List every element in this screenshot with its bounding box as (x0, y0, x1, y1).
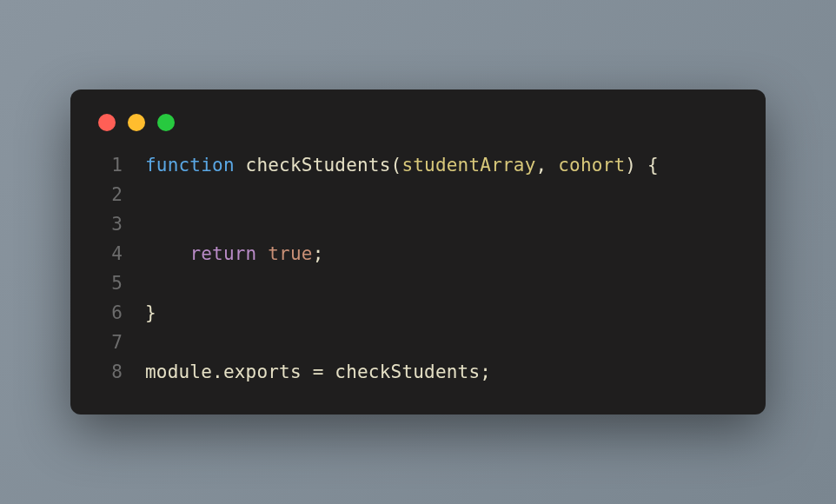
token: true (268, 243, 312, 264)
token: = (302, 361, 335, 382)
line-content (145, 269, 741, 298)
token: module (145, 361, 212, 382)
line-content: } (145, 298, 741, 328)
line-content (145, 180, 741, 209)
minimize-icon[interactable] (128, 114, 145, 131)
zoom-icon[interactable] (157, 114, 175, 131)
line-number: 6 (95, 298, 123, 328)
code-line: 6} (95, 298, 741, 328)
token: , (536, 155, 559, 176)
code-line: 1function checkStudents(studentArray, co… (95, 150, 741, 180)
line-number: 1 (95, 150, 123, 180)
token: function (145, 155, 246, 176)
token: } (145, 302, 156, 323)
code-line: 3 (95, 209, 741, 239)
code-line: 5 (95, 269, 741, 298)
code-line: 2 (95, 180, 741, 209)
titlebar (95, 110, 741, 150)
token: ) { (625, 155, 659, 176)
line-number: 5 (95, 269, 123, 298)
token: ; (480, 361, 491, 382)
token: . (212, 361, 223, 382)
token: ; (313, 243, 324, 264)
token: studentArray (401, 155, 535, 176)
close-icon[interactable] (98, 114, 116, 131)
code-line: 7 (95, 328, 741, 357)
line-number: 3 (95, 209, 123, 239)
code-line: 8module.exports = checkStudents; (95, 357, 741, 387)
token: checkStudents (335, 361, 480, 382)
token (145, 243, 189, 264)
line-content (145, 209, 741, 239)
token: exports (223, 361, 302, 382)
line-content: return true; (145, 239, 741, 269)
token: cohort (558, 155, 625, 176)
code-line: 4 return true; (95, 239, 741, 269)
token: checkStudents (246, 155, 391, 176)
line-number: 2 (95, 180, 123, 209)
code-window: 1function checkStudents(studentArray, co… (70, 90, 766, 414)
code-block: 1function checkStudents(studentArray, co… (95, 150, 741, 387)
line-number: 7 (95, 328, 123, 357)
token: return (189, 243, 268, 264)
line-content: function checkStudents(studentArray, coh… (145, 150, 741, 180)
line-content: module.exports = checkStudents; (145, 357, 741, 387)
token: ( (391, 155, 402, 176)
line-content (145, 328, 741, 357)
line-number: 4 (95, 239, 123, 269)
line-number: 8 (95, 357, 123, 387)
